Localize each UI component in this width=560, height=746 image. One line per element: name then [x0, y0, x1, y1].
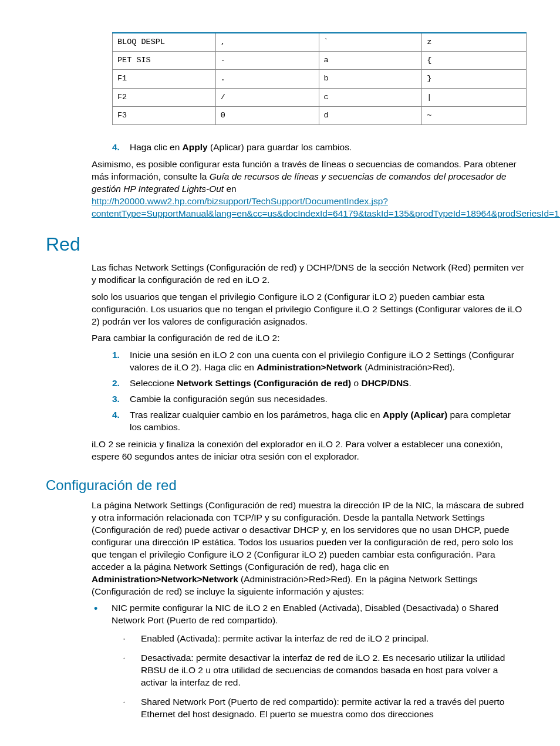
table-row: BLOQ DESPL , ` z — [113, 33, 527, 52]
cell: | — [422, 88, 527, 106]
cell: c — [319, 88, 422, 106]
cell: b — [319, 70, 422, 88]
cell: PET SIS — [113, 52, 216, 70]
ring-icon: ◦ — [121, 652, 141, 689]
cell: ~ — [422, 106, 527, 124]
cell: BLOQ DESPL — [113, 33, 216, 52]
cell: a — [319, 52, 422, 70]
bullet-nic: • NIC permite configurar la NIC de iLO 2… — [92, 602, 525, 627]
cell: F2 — [113, 88, 216, 106]
red-para-2: solo los usuarios que tengan el privileg… — [92, 291, 525, 328]
cell: d — [319, 106, 422, 124]
key-mapping-table: BLOQ DESPL , ` z PET SIS - a { F1 . b } … — [112, 32, 527, 125]
table-row: F3 0 d ~ — [113, 106, 527, 124]
cmdline-paragraph: Asimismo, es posible configurar esta fun… — [92, 158, 525, 220]
sub-bullet-shared: ◦ Shared Network Port (Puerto de red com… — [121, 696, 525, 721]
cell: z — [422, 33, 527, 52]
red-para-4: iLO 2 se reinicia y finaliza la conexión… — [92, 438, 525, 463]
cell: - — [215, 52, 319, 70]
red-step-3: 3. Cambie la configuración según sus nec… — [112, 393, 525, 406]
cell: 0 — [215, 106, 319, 124]
red-step-2: 2. Seleccione Network Settings (Configur… — [112, 377, 525, 390]
cell: F1 — [113, 70, 216, 88]
sub-bullet-enabled: ◦ Enabled (Activada): permite activar la… — [121, 633, 525, 645]
bullet-icon: • — [92, 602, 112, 627]
red-step-4: 4. Tras realizar cualquier cambio en los… — [112, 409, 525, 434]
config-para: La página Network Settings (Configuració… — [92, 499, 525, 598]
cell: { — [422, 52, 527, 70]
cell: ` — [319, 33, 422, 52]
table-row: PET SIS - a { — [113, 52, 527, 70]
red-para-3: Para cambiar la configuración de red de … — [92, 332, 525, 345]
step-text: Haga clic en Apply (Aplicar) para guarda… — [130, 141, 525, 154]
step-number: 4. — [112, 141, 130, 154]
heading-red: Red — [46, 232, 525, 257]
red-para-1: Las fichas Network Settings (Configuraci… — [92, 262, 525, 286]
ring-icon: ◦ — [121, 633, 141, 645]
ring-icon: ◦ — [121, 696, 141, 721]
support-link[interactable]: http://h20000.www2.hp.com/bizsupport/Tec… — [92, 196, 560, 218]
sub-bullet-disabled: ◦ Desactivada: permite desactivar la int… — [121, 652, 525, 689]
heading-config: Configuración de red — [46, 476, 525, 495]
step-4: 4. Haga clic en Apply (Aplicar) para gua… — [112, 141, 525, 154]
table-row: F2 / c | — [113, 88, 527, 106]
red-step-1: 1. Inicie una sesión en iLO 2 con una cu… — [112, 349, 525, 374]
cell: / — [215, 88, 319, 106]
cell: . — [215, 70, 319, 88]
table-row: F1 . b } — [113, 70, 527, 88]
cell: F3 — [113, 106, 216, 124]
cell: , — [215, 33, 319, 52]
cell: } — [422, 70, 527, 88]
